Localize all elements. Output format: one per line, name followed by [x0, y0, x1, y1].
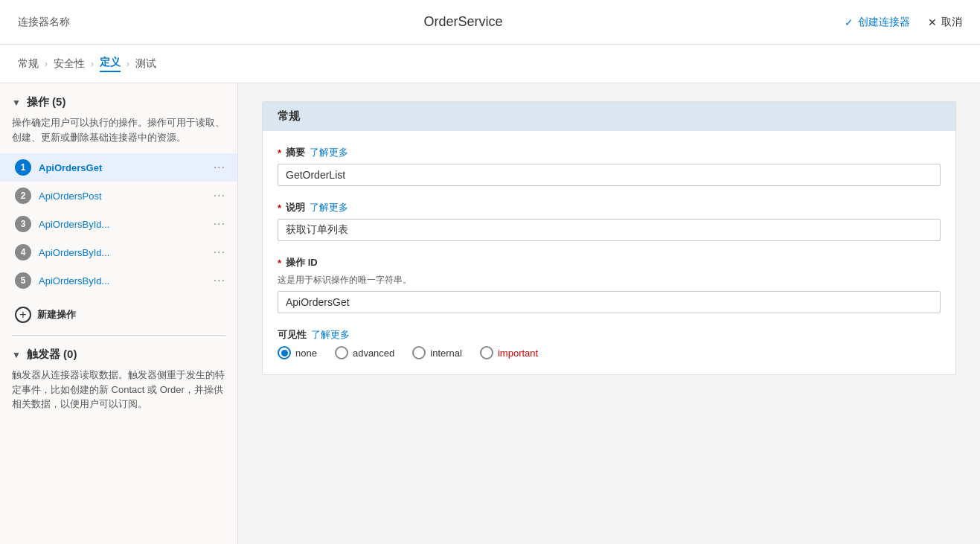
visibility-label-text: 可见性	[278, 328, 307, 342]
create-connector-label: 创建连接器	[858, 16, 910, 29]
new-action-button[interactable]: + 新建操作	[0, 301, 237, 329]
summary-learn-more-link[interactable]: 了解更多	[310, 146, 348, 159]
main-layout: ▼ 操作 (5) 操作确定用户可以执行的操作。操作可用于读取、创建、更新或删除基…	[0, 83, 980, 544]
operation-menu-1[interactable]: ···	[214, 161, 225, 174]
radio-important-label: important	[498, 348, 538, 359]
operation-name-2: ApiOrdersPost	[39, 191, 206, 202]
header-actions: ✓ 创建连接器 ✕ 取消	[845, 16, 962, 29]
visibility-learn-more-link[interactable]: 了解更多	[311, 328, 350, 342]
plus-circle-icon: +	[15, 307, 31, 323]
create-connector-button[interactable]: ✓ 创建连接器	[845, 16, 910, 29]
breadcrumb-sep-3: ›	[126, 59, 129, 69]
operation-id-label: * 操作 ID	[278, 256, 941, 269]
operation-name-4: ApiOrdersById...	[39, 247, 206, 258]
desc-label: * 说明 了解更多	[278, 201, 941, 214]
triggers-header-label: 触发器 (0)	[27, 348, 77, 362]
operation-menu-5[interactable]: ···	[214, 274, 225, 287]
radio-none-circle	[278, 346, 291, 359]
operation-name-5: ApiOrdersById...	[39, 275, 206, 287]
operation-id-input[interactable]	[278, 291, 941, 313]
triggers-section: ▼ 触发器 (0) 触发器从连接器读取数据。触发器侧重于发生的特定事件，比如创建…	[0, 342, 237, 423]
visibility-radio-group: none advanced internal important	[278, 346, 941, 359]
operation-item-3[interactable]: 3 ApiOrdersById... ···	[0, 210, 237, 238]
visibility-option-important[interactable]: important	[480, 346, 538, 359]
op-required-mark: *	[278, 257, 281, 269]
check-icon: ✓	[845, 16, 854, 28]
operations-desc: 操作确定用户可以执行的操作。操作可用于读取、创建、更新或删除基础连接器中的资源。	[0, 115, 237, 153]
sidebar: ▼ 操作 (5) 操作确定用户可以执行的操作。操作可用于读取、创建、更新或删除基…	[0, 83, 238, 544]
breadcrumb-sep-2: ›	[91, 59, 94, 69]
summary-input[interactable]	[278, 164, 941, 186]
visibility-label: 可见性 了解更多	[278, 328, 941, 342]
desc-group: * 说明 了解更多	[278, 201, 941, 241]
main-content: 常规 * 摘要 了解更多 * 说明 了解更多	[238, 83, 980, 544]
radio-important-circle	[480, 346, 493, 359]
operation-name-3: ApiOrdersById...	[39, 219, 206, 230]
operation-num-2: 2	[15, 188, 31, 204]
operation-menu-3[interactable]: ···	[214, 217, 225, 231]
form-section-title: 常规	[263, 102, 955, 131]
summary-label: * 摘要 了解更多	[278, 146, 941, 159]
operations-header-label: 操作 (5)	[27, 95, 66, 109]
operation-num-3: 3	[15, 216, 31, 232]
sidebar-divider	[12, 335, 225, 336]
operation-item-1[interactable]: 1 ApiOrdersGet ···	[0, 153, 237, 182]
breadcrumb-item-general[interactable]: 常规	[18, 57, 39, 71]
visibility-option-none[interactable]: none	[278, 346, 317, 359]
operation-id-group: * 操作 ID 这是用于标识操作的唯一字符串。	[278, 256, 941, 313]
visibility-option-internal[interactable]: internal	[412, 346, 462, 359]
operation-num-5: 5	[15, 272, 31, 289]
service-name: OrderService	[82, 14, 845, 30]
cancel-label: 取消	[941, 16, 962, 29]
operation-item-5[interactable]: 5 ApiOrdersById... ···	[0, 266, 237, 295]
radio-none-label: none	[295, 348, 317, 359]
desc-input[interactable]	[278, 219, 941, 241]
connector-name-label: 连接器名称	[18, 16, 70, 29]
summary-label-text: 摘要	[286, 146, 305, 159]
header: 连接器名称 OrderService ✓ 创建连接器 ✕ 取消	[0, 0, 980, 45]
close-icon: ✕	[928, 16, 937, 28]
operations-list: 1 ApiOrdersGet ··· 2 ApiOrdersPost ··· 3…	[0, 153, 237, 295]
breadcrumb-item-security[interactable]: 安全性	[54, 57, 85, 71]
desc-label-text: 说明	[286, 201, 305, 214]
triggers-desc: 触发器从连接器读取数据。触发器侧重于发生的特定事件，比如创建的新 Contact…	[0, 368, 237, 417]
chevron-down-icon: ▼	[12, 97, 21, 108]
radio-internal-label: internal	[430, 348, 462, 359]
visibility-option-advanced[interactable]: advanced	[335, 346, 394, 359]
operation-menu-2[interactable]: ···	[214, 189, 225, 202]
breadcrumb: 常规 › 安全性 › 定义 › 测试	[0, 45, 980, 83]
radio-advanced-circle	[335, 346, 348, 359]
triggers-section-header[interactable]: ▼ 触发器 (0)	[0, 348, 237, 368]
breadcrumb-item-test[interactable]: 测试	[135, 57, 156, 71]
operation-num-4: 4	[15, 244, 31, 260]
desc-required-mark: *	[278, 202, 281, 214]
radio-internal-circle	[412, 346, 426, 359]
desc-learn-more-link[interactable]: 了解更多	[310, 201, 348, 214]
form-card: 常规 * 摘要 了解更多 * 说明 了解更多	[262, 101, 956, 375]
breadcrumb-sep-1: ›	[45, 59, 48, 69]
cancel-button[interactable]: ✕ 取消	[928, 16, 962, 29]
new-action-label: 新建操作	[37, 308, 76, 321]
operation-id-label-text: 操作 ID	[286, 256, 318, 269]
form-body: * 摘要 了解更多 * 说明 了解更多	[263, 131, 955, 374]
triggers-chevron-icon: ▼	[12, 350, 21, 360]
operation-menu-4[interactable]: ···	[214, 246, 225, 259]
operation-id-sublabel: 这是用于标识操作的唯一字符串。	[278, 274, 941, 287]
summary-group: * 摘要 了解更多	[278, 146, 941, 186]
operation-item-2[interactable]: 2 ApiOrdersPost ···	[0, 182, 237, 210]
operation-num-1: 1	[15, 159, 31, 176]
operation-item-4[interactable]: 4 ApiOrdersById... ···	[0, 238, 237, 266]
radio-advanced-label: advanced	[353, 348, 394, 359]
breadcrumb-item-definition[interactable]: 定义	[100, 56, 121, 72]
operation-name-1: ApiOrdersGet	[39, 162, 206, 173]
operations-section-header[interactable]: ▼ 操作 (5)	[0, 95, 237, 115]
summary-required-mark: *	[278, 147, 281, 159]
visibility-group: 可见性 了解更多 none advanced	[278, 328, 941, 359]
